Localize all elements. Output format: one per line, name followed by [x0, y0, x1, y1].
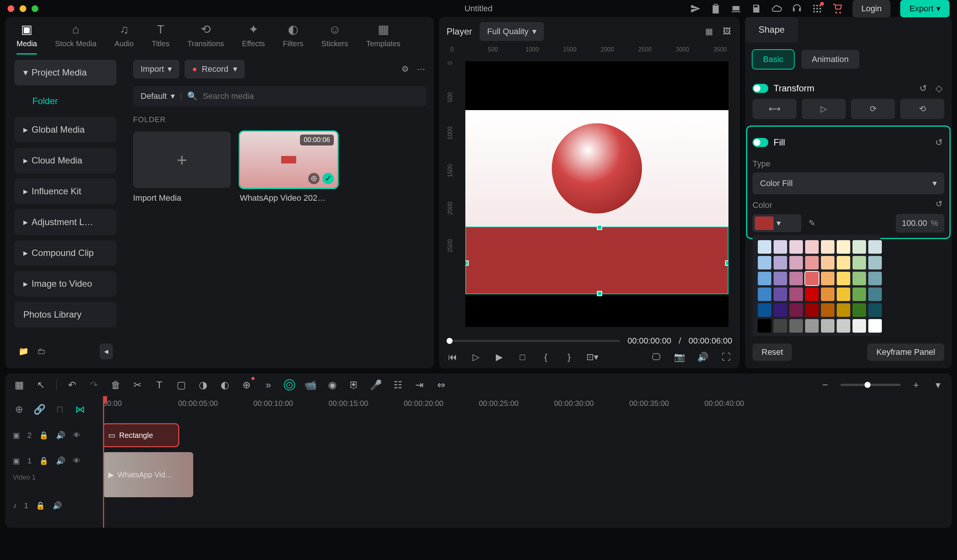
tab-transitions[interactable]: ⟲Transitions — [188, 22, 224, 55]
play-button[interactable]: ▷ — [470, 351, 482, 363]
color-option[interactable] — [868, 303, 882, 317]
keyframe-panel-button[interactable]: Keyframe Panel — [867, 344, 944, 361]
mark-out-button[interactable]: } — [563, 351, 575, 363]
color-option[interactable] — [758, 319, 771, 333]
color-option[interactable] — [853, 319, 866, 333]
tab-stickers[interactable]: ☺Stickers — [321, 22, 348, 55]
undo-button[interactable]: ↶ — [66, 379, 79, 391]
color-option[interactable] — [821, 303, 834, 317]
color-option[interactable] — [868, 287, 882, 301]
color-option[interactable] — [853, 240, 866, 254]
next-button[interactable]: ▶ — [493, 351, 505, 363]
mask-tool[interactable]: ◑ — [197, 379, 209, 391]
minimize-window[interactable] — [19, 5, 26, 12]
color-option[interactable] — [821, 319, 834, 333]
prev-frame-button[interactable]: ⏮ — [447, 351, 459, 363]
color-option[interactable] — [868, 240, 882, 254]
cut-tool[interactable]: ✂ — [131, 379, 144, 391]
color-option[interactable] — [790, 256, 803, 270]
redo-button[interactable]: ↷ — [88, 379, 100, 391]
crop-tool[interactable]: ▢ — [175, 379, 188, 391]
color-option[interactable] — [805, 303, 819, 317]
fullscreen-icon[interactable]: ⛶ — [720, 351, 732, 363]
sidebar-folder[interactable]: Folder — [14, 91, 117, 112]
folder-icon[interactable]: 🗀 — [36, 346, 47, 357]
export-button[interactable]: Export▾ — [900, 0, 949, 17]
tab-templates[interactable]: ▦Templates — [366, 22, 400, 55]
sidebar-photos-library[interactable]: Photos Library — [14, 302, 117, 327]
color-option[interactable] — [837, 272, 850, 285]
color-tool[interactable]: ◐ — [218, 379, 231, 391]
zoom-out-button[interactable]: − — [819, 379, 831, 391]
tab-titles[interactable]: TTitles — [152, 22, 169, 55]
color-option[interactable] — [774, 287, 787, 301]
snapshot-icon[interactable]: 📷 — [674, 351, 685, 363]
color-option[interactable] — [805, 287, 819, 301]
rotate-button[interactable]: ⟳ — [851, 99, 895, 119]
fill-type-select[interactable]: Color Fill▾ — [753, 172, 944, 194]
add-to-timeline-icon[interactable]: ⊕ — [308, 173, 319, 184]
flip-v-button[interactable]: ▷ — [802, 99, 846, 119]
delete-button[interactable]: 🗑 — [109, 379, 122, 391]
lock-icon[interactable]: 🔒 — [39, 456, 49, 465]
import-dropdown[interactable]: Import▾ — [133, 60, 179, 79]
flip-h-button[interactable]: ⟷ — [753, 99, 796, 119]
reset-fill-icon[interactable]: ↺ — [934, 137, 944, 148]
maximize-window[interactable] — [32, 5, 38, 12]
bin-icon[interactable]: ▦ — [13, 379, 25, 391]
color-option[interactable] — [868, 319, 882, 333]
fit-tool[interactable]: ⇔ — [435, 379, 448, 391]
magnet-icon[interactable]: ⊓ — [54, 403, 66, 416]
color-option[interactable] — [805, 319, 819, 333]
cart-icon[interactable] — [832, 3, 843, 14]
track-head-audio[interactable]: ♪1🔒🔊 — [5, 493, 103, 518]
color-option[interactable] — [821, 272, 834, 285]
pill-animation[interactable]: Animation — [801, 50, 859, 69]
cursor-tool[interactable]: ↖ — [35, 379, 47, 391]
color-option[interactable] — [790, 287, 803, 301]
color-option[interactable] — [853, 303, 866, 317]
collapse-sidebar[interactable]: ◂ — [99, 344, 113, 359]
sidebar-project-media[interactable]: ▾Project Media — [14, 60, 117, 85]
color-option[interactable] — [821, 287, 834, 301]
clip-video[interactable]: ▶WhatsApp Vid… — [103, 452, 193, 497]
playhead[interactable] — [103, 396, 104, 528]
reset-button[interactable]: Reset — [753, 344, 792, 361]
sidebar-cloud-media[interactable]: ▸Cloud Media — [14, 148, 117, 173]
mute-icon[interactable]: 🔊 — [56, 456, 65, 465]
sidebar-influence-kit[interactable]: ▸Influence Kit — [14, 178, 117, 204]
mute-icon[interactable]: 🔊 — [53, 501, 62, 510]
color-option[interactable] — [790, 240, 803, 254]
sidebar-compound-clip[interactable]: ▸Compound Clip — [14, 240, 117, 266]
color-option[interactable] — [837, 319, 850, 333]
mute-icon[interactable]: 🔊 — [56, 431, 65, 440]
volume-icon[interactable]: 🔊 — [697, 351, 709, 363]
sidebar-adjustment-layer[interactable]: ▸Adjustment L… — [14, 209, 117, 235]
lock-icon[interactable]: 🔒 — [36, 501, 45, 510]
color-option[interactable] — [758, 287, 771, 301]
color-option[interactable] — [774, 303, 787, 317]
tab-filters[interactable]: ◐Filters — [283, 22, 303, 55]
color-option[interactable] — [805, 240, 819, 254]
expand-tools[interactable]: » — [262, 379, 275, 391]
color-option[interactable] — [821, 256, 834, 270]
color-option[interactable] — [805, 256, 819, 270]
tab-audio[interactable]: ♫Audio — [115, 22, 134, 55]
record-tool[interactable]: 📹 — [304, 379, 317, 391]
color-option[interactable] — [758, 256, 771, 270]
tab-shape[interactable]: Shape — [745, 17, 798, 43]
marker-tool[interactable]: ◉ — [326, 379, 339, 391]
color-option[interactable] — [837, 240, 850, 254]
visibility-icon[interactable]: 👁 — [73, 457, 81, 465]
reset-transform-icon[interactable]: ↺ — [918, 83, 929, 93]
color-option[interactable] — [821, 240, 834, 254]
preview-canvas[interactable] — [465, 61, 728, 327]
zoom-slider[interactable] — [840, 384, 901, 386]
color-option[interactable] — [774, 272, 787, 285]
color-option[interactable] — [774, 240, 787, 254]
save-icon[interactable] — [751, 3, 761, 14]
crop-button[interactable]: ⊡▾ — [586, 351, 599, 363]
visibility-icon[interactable]: 👁 — [73, 431, 81, 440]
export-range-tool[interactable]: ⇥ — [413, 379, 426, 391]
zoom-in-button[interactable]: + — [910, 379, 922, 391]
